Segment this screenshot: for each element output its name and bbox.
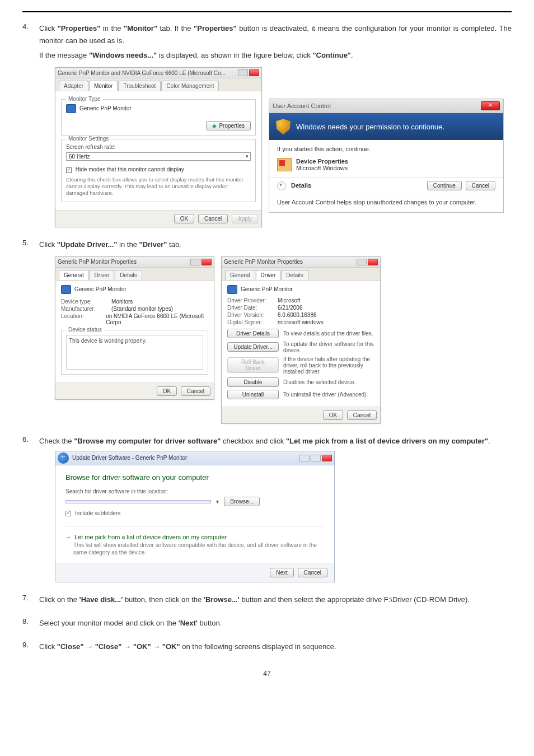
update-driver-button[interactable]: Update Driver...	[227, 342, 279, 352]
close-icon[interactable]	[202, 259, 212, 265]
window-title: Generic PnP Monitor and NVIDIA GeForce 6…	[58, 70, 226, 76]
continue-button[interactable]: Continue	[427, 181, 462, 190]
driver-path-input[interactable]	[65, 500, 211, 503]
refresh-rate-select[interactable]: 60 Hertz	[66, 152, 251, 161]
ok-button[interactable]: OK	[157, 386, 177, 396]
update-driver-wizard-window: Update Driver Software - Generic PnP Mon…	[55, 451, 335, 582]
maximize-icon[interactable]	[311, 455, 321, 461]
uac-title: User Account Control	[273, 102, 331, 109]
uac-details-label[interactable]: Details	[291, 182, 311, 189]
hide-modes-label: Hide modes that this monitor cannot disp…	[76, 166, 184, 172]
monitor-icon	[227, 285, 237, 294]
minimize-icon[interactable]	[299, 455, 310, 461]
disable-desc: Disables the selected device.	[283, 379, 374, 385]
uninstall-desc: To uninstall the driver (Advanced).	[283, 391, 374, 398]
include-subfolders-label: Include subfolders	[75, 510, 120, 516]
cancel-button[interactable]: Cancel	[466, 181, 495, 190]
tab-details[interactable]: Details	[281, 270, 308, 280]
clearing-note: Clearing this check box allows you to se…	[66, 176, 251, 197]
hide-modes-checkbox[interactable]	[66, 167, 72, 173]
location-value: on NVIDIA GeForce 6600 LE (Microsoft Cor…	[106, 313, 208, 325]
device-icon	[277, 158, 292, 171]
step-7-number: 7.	[22, 594, 29, 602]
refresh-rate-label: Screen refresh rate:	[66, 144, 251, 150]
browse-button[interactable]: Browse...	[224, 497, 260, 506]
driver-version-label: Driver Version:	[227, 312, 278, 318]
step-9-text: Click "Close" → "Close" → "OK" → "OK" on…	[39, 641, 512, 653]
step-4-text: Click "Properties" in the "Monitor" tab.…	[39, 22, 512, 47]
uac-window: User Account Control Windows needs your …	[269, 99, 504, 213]
uac-device-properties: Device Properties	[296, 158, 348, 165]
monitor-icon	[66, 104, 76, 113]
shield-small-icon: ◆	[212, 123, 217, 129]
roll-back-driver-desc: If the device fails after updating the d…	[283, 356, 374, 375]
uac-started-text: If you started this action, continue.	[277, 146, 495, 152]
chevron-down-icon[interactable]	[277, 181, 286, 190]
back-arrow-icon[interactable]	[58, 452, 69, 464]
step-5-text: Click "Update Driver..." in the "Driver"…	[39, 239, 512, 251]
arrow-right-icon: →	[65, 534, 72, 540]
cancel-button[interactable]: Cancel	[198, 214, 228, 223]
close-icon[interactable]	[249, 69, 259, 76]
step-6-number: 6.	[22, 435, 29, 444]
device-heading: Generic PnP Monitor	[74, 286, 127, 292]
roll-back-driver-button[interactable]: Roll Back Driver	[227, 357, 279, 373]
uac-microsoft-windows: Microsoft Windows	[296, 165, 348, 171]
tab-details[interactable]: Details	[115, 270, 142, 280]
update-driver-desc: To update the driver software for this d…	[283, 341, 374, 353]
properties-general-window: Generic PnP Monitor Properties General D…	[55, 256, 214, 400]
driver-details-desc: To view details about the driver files.	[283, 330, 374, 337]
device-type-value: Monitors	[111, 298, 133, 305]
let-me-pick-option[interactable]: →Let me pick from a list of device drive…	[65, 534, 324, 540]
manufacturer-label: Manufacturer:	[61, 306, 111, 312]
properties-button[interactable]: ◆Properties	[206, 121, 251, 130]
tab-general[interactable]: General	[225, 270, 255, 280]
driver-version-value: 6.0.6000.16386	[278, 312, 317, 318]
driver-date-label: Driver Date:	[227, 305, 278, 311]
monitor-type-legend: Monitor Type	[66, 96, 103, 102]
uac-footer-text: User Account Control helps stop unauthor…	[269, 194, 503, 212]
window-title: Generic PnP Monitor Properties	[224, 259, 303, 265]
wizard-title: Update Driver Software - Generic PnP Mon…	[72, 455, 187, 461]
digital-signer-value: microsoft windows	[278, 319, 324, 325]
tab-driver[interactable]: Driver	[256, 270, 281, 280]
close-icon[interactable]	[368, 259, 378, 265]
monitor-settings-legend: Monitor Settings	[66, 136, 111, 142]
include-subfolders-checkbox[interactable]	[65, 511, 71, 516]
tab-color-management[interactable]: Color Management	[161, 81, 219, 91]
minimize-icon[interactable]	[238, 69, 248, 76]
step-5-number: 5.	[22, 239, 29, 247]
driver-provider-label: Driver Provider:	[227, 297, 278, 304]
ok-button[interactable]: OK	[323, 410, 343, 420]
minimize-icon[interactable]	[190, 259, 200, 265]
next-button[interactable]: Next	[270, 568, 294, 577]
properties-driver-window: Generic PnP Monitor Properties General D…	[221, 256, 381, 424]
cancel-button[interactable]: Cancel	[181, 386, 210, 396]
location-label: Location:	[61, 313, 106, 325]
driver-date-value: 6/21/2006	[278, 305, 303, 311]
let-me-pick-description: This list will show installed driver sof…	[73, 542, 324, 556]
step-8-number: 8.	[22, 617, 29, 626]
driver-details-button[interactable]: Driver Details	[227, 329, 279, 338]
step-8-text: Select your monitor model and click on t…	[39, 617, 512, 629]
step-4-text-2: If the message "Windows needs..." is dis…	[39, 49, 512, 62]
tab-monitor[interactable]: Monitor	[89, 81, 118, 91]
step-9-number: 9.	[22, 641, 29, 649]
tab-driver[interactable]: Driver	[90, 270, 115, 280]
close-icon[interactable]	[322, 455, 332, 461]
apply-button[interactable]: Apply	[232, 214, 258, 223]
tab-troubleshoot[interactable]: Troubleshoot	[118, 81, 161, 91]
uninstall-button[interactable]: Uninstall	[227, 390, 279, 399]
disable-button[interactable]: Disable	[227, 377, 279, 387]
tab-general[interactable]: General	[59, 270, 89, 280]
device-type-label: Device type:	[61, 298, 111, 305]
cancel-button[interactable]: Cancel	[298, 568, 327, 577]
minimize-icon[interactable]	[357, 259, 367, 265]
ok-button[interactable]: OK	[174, 214, 194, 223]
uac-banner-text: Windows needs your permission to contion…	[296, 123, 444, 131]
tab-adapter[interactable]: Adapter	[59, 81, 88, 91]
device-heading: Generic PnP Monitor	[241, 286, 293, 292]
cancel-button[interactable]: Cancel	[347, 410, 377, 420]
close-icon[interactable]	[481, 101, 500, 110]
page-number: 47	[22, 670, 512, 678]
